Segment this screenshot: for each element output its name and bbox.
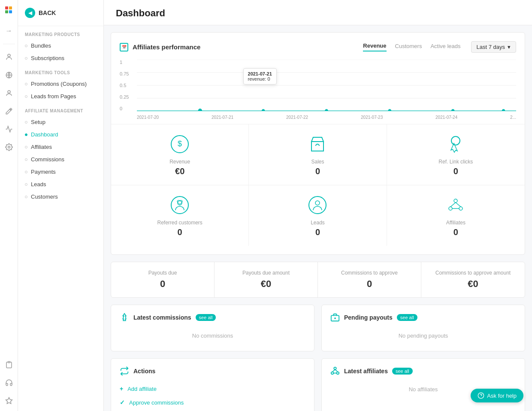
heart-person-icon <box>169 194 191 216</box>
gear-icon[interactable] <box>3 141 15 153</box>
svg-marker-9 <box>6 398 12 404</box>
star-icon[interactable] <box>3 395 15 407</box>
card-title-area: 📅 Affiliates performance <box>120 43 200 51</box>
stat-value-leads: 0 <box>315 227 320 237</box>
sidebar-item-customers[interactable]: Customers <box>18 190 103 203</box>
person-icon[interactable] <box>3 51 15 63</box>
commissions-icon <box>120 313 129 322</box>
latest-affiliates-header: Latest affiliates see all <box>330 366 516 376</box>
clipboard-icon[interactable] <box>3 359 15 371</box>
chevron-down-icon: ▾ <box>508 44 511 50</box>
y-label-075: 0.75 <box>120 71 135 76</box>
sidebar-item-leads[interactable]: Leads <box>18 178 103 190</box>
latest-commissions-see-all[interactable]: see all <box>196 314 216 321</box>
actions-title: Actions <box>133 368 155 375</box>
svg-point-4 <box>8 54 10 57</box>
latest-commissions-card: Latest commissions see all No commission… <box>111 305 314 351</box>
summary-value-commissions-amount: €0 <box>468 278 478 290</box>
svg-point-17 <box>325 109 328 111</box>
card-tabs: Revenue Customers Active leads <box>363 42 460 51</box>
stat-label-ref-link: Ref. Link clicks <box>438 159 473 165</box>
bottom-grid: Latest commissions see all No commission… <box>111 305 525 411</box>
summary-value-payouts-amount: €0 <box>261 278 271 290</box>
card-controls: Revenue Customers Active leads Last 7 da… <box>363 41 516 53</box>
user-icon[interactable] <box>3 87 15 99</box>
calendar-icon: 📅 <box>120 43 128 51</box>
cursor-icon <box>444 133 467 155</box>
main-content: Dashboard 📅 Affiliates performance Reven… <box>104 0 532 411</box>
actions-list: + Add affiliate ✓ Approve commissions $ … <box>120 382 305 411</box>
actions-icon <box>120 366 129 376</box>
stat-ref-link-clicks: Ref. Link clicks 0 <box>387 124 525 185</box>
svg-rect-3 <box>9 10 12 13</box>
sidebar-item-setup[interactable]: Setup <box>18 116 103 128</box>
revenue-icon: $ <box>169 133 191 155</box>
pending-payouts-empty: No pending payouts <box>330 328 516 343</box>
svg-point-39 <box>337 372 339 375</box>
stat-sales: Sales 0 <box>249 124 387 185</box>
summary-label-payouts-due: Payouts due <box>148 270 177 276</box>
sidebar-item-dashboard[interactable]: Dashboard <box>18 128 103 141</box>
headset-icon[interactable] <box>3 377 15 389</box>
sidebar-item-subscriptions[interactable]: Subscriptions <box>18 52 103 64</box>
sidebar-section-marketing-products: MARKETING PRODUCTS Bundles Subscriptions <box>18 26 103 64</box>
logout-icon[interactable]: → <box>3 25 15 37</box>
sidebar-item-affiliates[interactable]: Affiliates <box>18 141 103 153</box>
tooltip-date: 2021-07-21 <box>248 71 272 76</box>
latest-commissions-empty: No commissions <box>120 328 305 343</box>
chart-icon[interactable] <box>3 123 15 135</box>
sales-icon <box>306 133 329 155</box>
ask-for-help-button[interactable]: Ask for help <box>471 389 523 402</box>
page-title: Dashboard <box>116 8 520 25</box>
stat-affiliates: Affiliates 0 <box>387 185 525 246</box>
main-header: Dashboard <box>104 0 532 25</box>
x-label-5: 2... <box>510 115 516 120</box>
section-title-affiliate-management: AFFILIATE MANAGEMENT <box>18 103 103 116</box>
svg-point-30 <box>459 207 462 210</box>
sidebar-section-affiliate-management: AFFILIATE MANAGEMENT Setup Dashboard Aff… <box>18 103 103 203</box>
date-filter-dropdown[interactable]: Last 7 days ▾ <box>471 41 517 53</box>
summary-label-commissions-approve: Commissions to approve <box>341 270 398 276</box>
stat-label-sales: Sales <box>311 159 324 165</box>
sidebar-item-bundles[interactable]: Bundles <box>18 39 103 52</box>
svg-point-15 <box>198 109 202 111</box>
action-add-affiliate[interactable]: + Add affiliate <box>120 382 305 396</box>
chart-area: 1 0.75 0.5 0.25 0 <box>120 60 516 120</box>
stat-value-revenue: €0 <box>175 166 184 176</box>
sidebar-item-leads-from-pages[interactable]: Leads from Pages <box>18 90 103 103</box>
sidebar-item-commissions[interactable]: Commissions <box>18 153 103 166</box>
stat-value-referred: 0 <box>178 227 182 237</box>
x-label-3: 2021-07-23 <box>361 115 383 120</box>
pencil-icon[interactable] <box>3 105 15 117</box>
plus-icon: + <box>120 385 123 392</box>
pending-payouts-see-all[interactable]: see all <box>397 314 417 321</box>
section-title-marketing-products: MARKETING PRODUCTS <box>18 26 103 39</box>
chart-svg <box>137 60 516 111</box>
svg-rect-2 <box>5 10 8 13</box>
sidebar-item-payments[interactable]: Payments <box>18 166 103 178</box>
svg-point-28 <box>454 199 457 202</box>
help-icon <box>478 392 484 399</box>
dot-icon <box>25 57 27 60</box>
summary-label-commissions-amount: Commissions to approve amount <box>435 270 511 276</box>
action-approve-commissions[interactable]: ✓ Approve commissions <box>120 396 305 409</box>
stat-label-revenue: Revenue <box>169 159 190 165</box>
x-label-4: 2021-07-24 <box>435 115 457 120</box>
latest-affiliates-title: Latest affiliates <box>344 368 388 375</box>
action-make-payouts[interactable]: $ Make payouts <box>120 409 305 411</box>
tab-active-leads[interactable]: Active leads <box>430 43 460 51</box>
sidebar-item-promotions[interactable]: Promotions (Coupons) <box>18 78 103 90</box>
latest-affiliates-see-all[interactable]: see all <box>392 368 413 375</box>
globe-icon[interactable] <box>3 69 15 81</box>
dot-icon <box>25 95 27 98</box>
tab-customers[interactable]: Customers <box>395 43 422 51</box>
person-circle-icon <box>306 194 329 216</box>
actions-header: Actions <box>120 366 305 376</box>
app-grid-icon[interactable] <box>3 4 15 16</box>
back-button[interactable]: ◀ BACK <box>18 0 103 26</box>
actions-card: Actions + Add affiliate ✓ Approve commis… <box>111 358 314 411</box>
svg-rect-0 <box>5 6 8 9</box>
divider <box>3 44 15 44</box>
tab-revenue[interactable]: Revenue <box>363 42 386 51</box>
svg-point-18 <box>388 109 391 111</box>
